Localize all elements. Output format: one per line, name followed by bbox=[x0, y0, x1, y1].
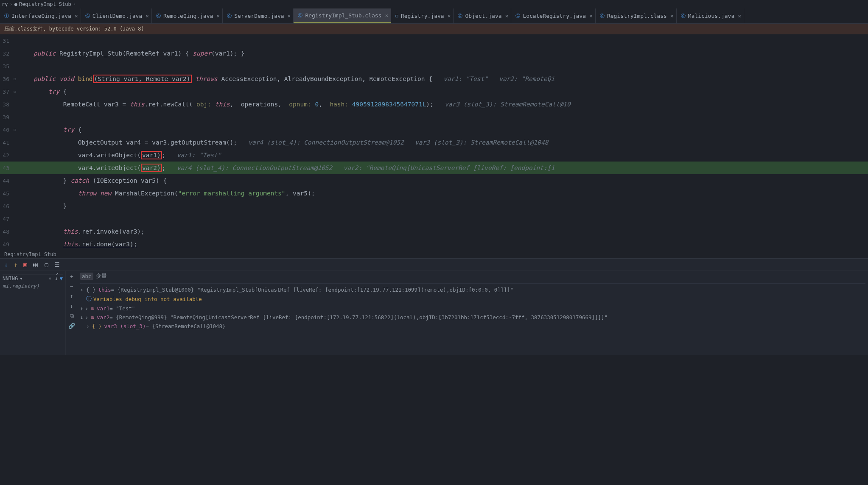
editor-breadcrumb[interactable]: RegistryImpl_Stub bbox=[0, 251, 868, 258]
copy-button[interactable]: ⧉ bbox=[70, 312, 74, 319]
class-icon: Ⓒ bbox=[600, 13, 605, 19]
info-icon: ⓘ bbox=[86, 295, 92, 303]
tab-label: LocateRegistry.java bbox=[523, 13, 586, 19]
class-icon: Ⓒ bbox=[227, 13, 232, 19]
close-icon[interactable]: × bbox=[146, 13, 149, 19]
close-icon[interactable]: × bbox=[670, 13, 674, 19]
breadcrumb-part[interactable]: RegistryImpl_Stub bbox=[19, 1, 71, 7]
evaluate-button[interactable]: ▢ bbox=[45, 261, 48, 268]
tab-registry[interactable]: ⊞Registry.java× bbox=[391, 8, 454, 23]
chevron-right-icon[interactable]: › bbox=[86, 323, 90, 329]
code-editor[interactable]: 31 32 public RegistryImpl_Stub(RemoteRef… bbox=[0, 34, 868, 251]
close-icon[interactable]: × bbox=[589, 13, 593, 19]
line-number: 37 bbox=[0, 89, 13, 95]
expand-icon[interactable]: ↗ bbox=[56, 270, 59, 276]
resume-button[interactable]: ⏭ bbox=[33, 261, 39, 268]
prev-frame-button[interactable]: ↑ bbox=[48, 276, 51, 282]
remove-watch-button[interactable]: − bbox=[70, 283, 73, 290]
tab-remoteqing[interactable]: ⒸRemoteQing.java× bbox=[152, 8, 223, 23]
settings-button[interactable]: ☰ bbox=[54, 261, 60, 268]
line-number: 49 bbox=[0, 241, 13, 248]
tab-interfaceqing[interactable]: ⒾInterfaceQing.java× bbox=[0, 8, 81, 23]
close-icon[interactable]: × bbox=[385, 12, 388, 19]
line-number: 41 bbox=[0, 139, 13, 146]
stop-button[interactable]: ▣ bbox=[23, 261, 27, 268]
variable-row[interactable]: ↑›≋var1 = "Test" bbox=[80, 304, 865, 313]
filter-icon[interactable]: ▼ bbox=[60, 276, 63, 282]
line-number: 47 bbox=[0, 216, 13, 222]
debug-vars-toolbar: + − ↑ ↓ ⧉ 🔗 bbox=[66, 271, 78, 355]
line-number: 45 bbox=[0, 190, 13, 197]
add-watch-button[interactable]: + bbox=[70, 273, 73, 280]
line-number: 43 bbox=[0, 165, 13, 171]
breadcrumb-sep: › bbox=[9, 1, 12, 7]
down-button[interactable]: ↓ bbox=[70, 303, 73, 309]
line-number: 31 bbox=[0, 38, 13, 44]
step-over-button[interactable]: ↓ bbox=[4, 261, 8, 268]
breadcrumb-sep: › bbox=[73, 1, 76, 7]
editor-tabs: ⒾInterfaceQing.java× ⒸClientDemo.java× Ⓒ… bbox=[0, 8, 868, 24]
vars-mode-icon[interactable]: abc bbox=[80, 273, 93, 280]
class-icon: Ⓒ bbox=[156, 13, 161, 19]
vars-header: 变量 bbox=[96, 273, 107, 280]
tab-label: RegistryImpl_Stub.class bbox=[305, 12, 381, 19]
tab-serverdemo[interactable]: ⒸServerDemo.java× bbox=[223, 8, 294, 23]
class-icon: Ⓒ bbox=[85, 13, 90, 19]
step-into-button[interactable]: ↑ bbox=[14, 261, 17, 268]
string-icon: ≋ bbox=[91, 305, 95, 312]
tab-registryimpl[interactable]: ⒸRegistryImpl.class× bbox=[596, 8, 677, 23]
class-icon: Ⓒ bbox=[681, 13, 686, 19]
class-icon: Ⓒ bbox=[298, 12, 302, 19]
object-icon: ≋ bbox=[91, 314, 95, 321]
line-number: 35 bbox=[0, 63, 13, 70]
line-number: 44 bbox=[0, 178, 13, 184]
variable-row[interactable]: ↓›≋var2 = {RemoteQing@999} "RemoteQing[U… bbox=[80, 313, 865, 322]
line-number: 36 bbox=[0, 76, 13, 82]
variable-row[interactable]: ›{ }var3 (slot_3) = {StreamRemoteCall@10… bbox=[80, 322, 865, 331]
class-icon: Ⓒ bbox=[515, 13, 520, 19]
object-icon: { } bbox=[92, 323, 102, 329]
line-number: 32 bbox=[0, 50, 13, 57]
current-execution-line: 43 var4.writeObject(var2); var4 (slot_4)… bbox=[0, 162, 868, 174]
chevron-right-icon[interactable]: › bbox=[80, 287, 84, 293]
up-button[interactable]: ↑ bbox=[70, 293, 73, 299]
debug-frames-panel[interactable]: ↗ NNING▾↑↓▼ mi.registry) bbox=[0, 271, 66, 355]
arrow-down-icon: ↓ bbox=[80, 314, 84, 321]
debug-info-warning: ⓘVariables debug info not available bbox=[80, 294, 865, 304]
decompiled-banner: 压缩.class文件, bytecode version: 52.0 (Java… bbox=[0, 24, 868, 34]
tab-clientdemo[interactable]: ⒸClientDemo.java× bbox=[81, 8, 152, 23]
close-icon[interactable]: × bbox=[505, 13, 509, 19]
highlighted-params: (String var1, Remote var2) bbox=[93, 75, 192, 83]
next-frame-button[interactable]: ↓ bbox=[55, 276, 58, 282]
arrow-up-icon: ↑ bbox=[80, 305, 84, 312]
breadcrumb-part[interactable]: ry bbox=[2, 1, 8, 7]
highlighted-var2: var2) bbox=[141, 164, 162, 172]
tab-registryimpl-stub[interactable]: ⒸRegistryImpl_Stub.class× bbox=[294, 8, 391, 23]
link-button[interactable]: 🔗 bbox=[68, 323, 75, 329]
debug-variables-panel[interactable]: abc变量 ›{ }this = {RegistryImpl_Stub@1000… bbox=[78, 271, 868, 355]
tab-object[interactable]: ⒸObject.java× bbox=[454, 8, 511, 23]
close-icon[interactable]: × bbox=[75, 13, 78, 19]
line-number: 39 bbox=[0, 114, 13, 120]
tab-locateregistry[interactable]: ⒸLocateRegistry.java× bbox=[511, 8, 596, 23]
close-icon[interactable]: × bbox=[738, 13, 741, 19]
close-icon[interactable]: × bbox=[288, 13, 291, 19]
tab-label: RegistryImpl.class bbox=[607, 13, 667, 19]
tab-label: Malicious.java bbox=[688, 13, 735, 19]
close-icon[interactable]: × bbox=[448, 13, 451, 19]
tab-label: ServerDemo.java bbox=[234, 13, 284, 19]
line-number: 42 bbox=[0, 152, 13, 159]
tab-malicious[interactable]: ⒸMalicious.java× bbox=[677, 8, 744, 23]
tab-label: ClientDemo.java bbox=[92, 13, 142, 19]
close-icon[interactable]: × bbox=[216, 13, 220, 19]
debug-toolbar: ↓ ↑ ▣ ⏭ ▢ ☰ bbox=[0, 258, 868, 270]
chevron-right-icon[interactable]: › bbox=[85, 314, 90, 321]
line-number: 48 bbox=[0, 229, 13, 235]
breadcrumb[interactable]: ry › ● RegistryImpl_Stub › bbox=[0, 0, 868, 8]
variable-row[interactable]: ›{ }this = {RegistryImpl_Stub@1000} "Reg… bbox=[80, 285, 865, 294]
highlighted-var1: var1) bbox=[141, 151, 162, 159]
class-icon: ● bbox=[14, 1, 17, 7]
dropdown-icon[interactable]: ▾ bbox=[20, 276, 22, 282]
frame-item[interactable]: mi.registry) bbox=[3, 283, 39, 289]
chevron-right-icon[interactable]: › bbox=[85, 305, 90, 312]
